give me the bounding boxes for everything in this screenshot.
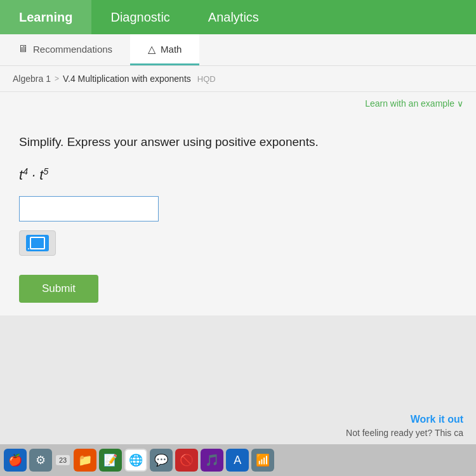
answer-input[interactable] [19,196,159,221]
math-expression: t4 · t5 [19,166,457,183]
sub-tab-bar: 🖥 Recommendations △ Math [0,34,476,66]
dot1 [28,248,29,249]
taskbar-settings[interactable]: ⚙ [29,449,52,472]
taskbar-wifi[interactable]: 📶 [251,449,274,472]
math-icon: △ [148,43,155,55]
main-content: Simplify. Express your answer using posi… [0,115,476,315]
taskbar-chrome[interactable]: 🌐 [124,449,147,472]
work-it-out-link[interactable]: Work it out [411,414,463,425]
tab-recommendations[interactable]: 🖥 Recommendations [0,34,130,65]
taskbar-apple[interactable]: 🍎 [4,449,27,472]
tab-math-label: Math [161,44,182,55]
nav-analytics[interactable]: Analytics [189,0,278,34]
dot3 [34,248,36,249]
taskbar-chat[interactable]: 💬 [150,449,173,472]
taskbar-notes[interactable]: 📝 [99,449,122,472]
taskbar: 🍎 ⚙ 23 📁 📝 🌐 💬 🚫 🎵 A 📶 [0,444,476,476]
breadcrumb-separator: > [55,74,59,83]
breadcrumb-current: V.4 Multiplication with exponents [63,74,191,84]
not-ready-text: Not feeling ready yet? This ca [346,428,463,438]
taskbar-date: 23 [56,455,70,465]
learn-example-label: Learn with an example [365,98,454,109]
dot2 [31,248,32,249]
recommendations-icon: 🖥 [18,43,28,55]
nav-learning[interactable]: Learning [0,0,91,34]
taskbar-music[interactable]: 🎵 [201,449,223,472]
bottom-bar: Work it out Not feeling ready yet? This … [0,407,476,444]
top-nav: Learning Diagnostic Analytics [0,0,476,34]
math-keyboard-button[interactable] [19,230,56,256]
question-instruction: Simplify. Express your answer using posi… [19,134,457,151]
chevron-down-icon: ∨ [457,98,463,109]
nav-diagnostic[interactable]: Diagnostic [91,0,188,34]
breadcrumb-parent[interactable]: Algebra 1 [13,74,51,84]
taskbar-file[interactable]: 📁 [74,449,96,472]
learn-example-bar: Learn with an example ∨ [0,92,476,115]
tab-math[interactable]: △ Math [130,34,199,65]
breadcrumb: Algebra 1 > V.4 Multiplication with expo… [0,66,476,92]
taskbar-stop[interactable]: 🚫 [175,449,198,472]
keyboard-icon [26,235,49,251]
taskbar-app2[interactable]: A [226,449,249,472]
breadcrumb-code: HQD [197,74,216,84]
tab-recommendations-label: Recommendations [33,44,112,55]
submit-button[interactable]: Submit [19,275,98,303]
learn-example-button[interactable]: Learn with an example ∨ [365,98,463,109]
